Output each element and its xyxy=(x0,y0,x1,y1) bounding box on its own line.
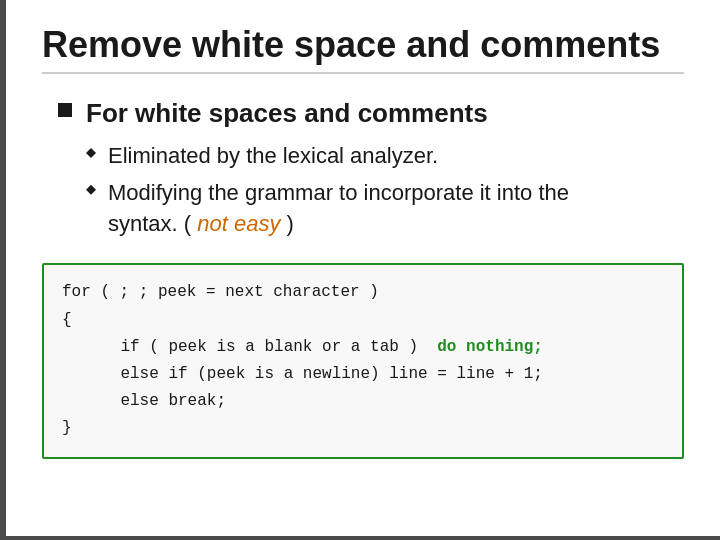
bottom-line xyxy=(6,536,720,540)
slide-title: Remove white space and comments xyxy=(42,24,684,74)
highlight-not-easy: not easy xyxy=(197,211,280,236)
bullet-main: For white spaces and comments xyxy=(58,98,684,129)
sub-bullet-2: Modifying the grammar to incorporate it … xyxy=(86,178,684,240)
sub-bullets: Eliminated by the lexical analyzer. Modi… xyxy=(86,141,684,239)
sub-bullet-text-2: Modifying the grammar to incorporate it … xyxy=(108,178,569,240)
bullet-section: For white spaces and comments Eliminated… xyxy=(58,98,684,239)
code-line-1: for ( ; ; peek = next character ) xyxy=(62,279,664,306)
code-block: for ( ; ; peek = next character ) { if (… xyxy=(42,263,684,458)
code-line-5: else break; xyxy=(62,388,664,415)
code-line-3: if ( peek is a blank or a tab ) do nothi… xyxy=(62,334,664,361)
bullet-square-icon xyxy=(58,103,72,117)
sub-bullet-1: Eliminated by the lexical analyzer. xyxy=(86,141,684,172)
do-nothing-keyword: do nothing; xyxy=(437,338,543,356)
or-keyword: or xyxy=(322,338,341,356)
code-line-2: { xyxy=(62,307,664,334)
slide: Remove white space and comments For whit… xyxy=(0,0,720,540)
code-line-4: else if (peek is a newline) line = line … xyxy=(62,361,664,388)
code-line-6: } xyxy=(62,415,664,442)
sub-bullet-text-1: Eliminated by the lexical analyzer. xyxy=(108,141,438,172)
bullet-main-text: For white spaces and comments xyxy=(86,98,488,129)
sub-bullet-diamond-icon-2 xyxy=(86,185,96,195)
sub-bullet-diamond-icon xyxy=(86,148,96,158)
